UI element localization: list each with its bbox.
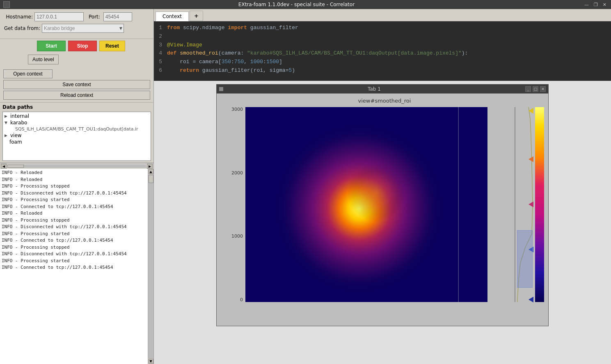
y-axis: 3000 2000 1000 0 [225, 107, 245, 302]
scroll-thumb[interactable] [7, 165, 24, 168]
viz-titlebar: Tab 1 _ □ ✕ [217, 85, 548, 94]
save-context-button[interactable]: Save context [3, 80, 150, 89]
window-title: EXtra-foam 1.1.0dev - special suite - Co… [10, 2, 583, 7]
colorbar-canvas [535, 107, 544, 302]
code-line-5: 5 roi = camera[350:750, 1000:1500] [154, 58, 611, 66]
viz-app-icon [219, 87, 223, 91]
code-line-2: 2 [154, 32, 611, 41]
scroll-vert-thumb[interactable] [149, 175, 153, 183]
level-line [515, 107, 515, 302]
titlebar: EXtra-foam 1.1.0dev - special suite - Co… [0, 0, 611, 9]
get-data-label: Get data from: [4, 25, 40, 31]
tab-add-button[interactable]: + [190, 11, 203, 21]
scroll-up-btn[interactable]: ▲ [149, 169, 153, 174]
auto-level-button[interactable]: Auto level [28, 55, 59, 64]
tabs-bar: Context + [154, 9, 611, 21]
context-area: Open context Save context Reload context [0, 67, 153, 103]
viz-max-btn[interactable]: □ [533, 86, 538, 92]
tree-label-view: view [10, 133, 22, 138]
histogram-area [517, 107, 533, 302]
log-content: INFO - ReloadedINFO - ReloadedINFO - Pro… [0, 169, 148, 364]
port-label: Port: [89, 14, 100, 20]
tree-label-karabo: karabo [10, 120, 27, 126]
connection-area: Hostname: Port: Get data from: Karabo br… [0, 9, 153, 39]
log-line: INFO - Processing stopped [2, 217, 146, 224]
viz-min-btn[interactable]: _ [525, 86, 531, 92]
log-line: INFO - Processing stopped [2, 183, 146, 190]
scroll-down-btn[interactable]: ▼ [149, 359, 153, 364]
hostname-input[interactable] [34, 12, 84, 21]
stop-button[interactable]: Stop [68, 41, 97, 51]
yaxis-label-0: 0 [240, 298, 243, 302]
code-line-6: 6 return gaussian_filter(roi, sigma=5) [154, 66, 611, 75]
viz-win-controls: _ □ ✕ [525, 86, 546, 92]
viz-panel: Tab 1 _ □ ✕ view#smoothed_roi 3000 200 [154, 81, 611, 364]
scroll-left-btn[interactable]: ◀ [1, 164, 7, 169]
code-line-4: 4 def smoothed_roi(camera: "karabo#SQS_I… [154, 49, 611, 58]
tree-arrow-karabo: ▼ [5, 121, 10, 125]
log-line: INFO - Processing started [2, 231, 146, 238]
minimize-icon[interactable]: — [583, 2, 590, 7]
right-panel: Context + 1 from scipy.ndimage import ga… [154, 9, 611, 364]
log-line: INFO - Processing stopped [2, 244, 146, 251]
handle-end[interactable] [529, 297, 533, 302]
log-line: INFO - Disconnected with tcp://127.0.0.1… [2, 251, 146, 258]
close-icon[interactable]: ✕ [602, 2, 608, 7]
tree-item-view[interactable]: ▶ view [4, 132, 150, 139]
tree-item-foam[interactable]: foam [4, 139, 150, 145]
viz-content: view#smoothed_roi 3000 2000 1000 0 [217, 94, 548, 326]
app-icon [3, 1, 10, 8]
tree-arrow-internal: ▶ [5, 114, 10, 118]
log-line: INFO - Reloaded [2, 210, 146, 217]
start-button[interactable]: Start [37, 41, 66, 51]
log-area: INFO - ReloadedINFO - ReloadedINFO - Pro… [0, 169, 153, 364]
log-line: INFO - Processing started [2, 258, 146, 265]
get-data-select[interactable]: Karabo bridge [42, 24, 124, 33]
viz-close-btn[interactable]: ✕ [540, 86, 546, 92]
horizontal-scrollbar[interactable]: ◀ ▶ [0, 163, 153, 169]
tree-label-internal: internal [10, 113, 29, 119]
get-data-select-wrapper[interactable]: Karabo bridge [42, 24, 124, 33]
restore-icon[interactable]: ❐ [593, 2, 599, 7]
log-line: INFO - Processing started [2, 197, 146, 204]
yaxis-label-1000: 1000 [231, 234, 243, 238]
data-paths-title: Data paths [2, 104, 151, 110]
vertical-scrollbar[interactable]: ▲ ▼ [148, 169, 153, 364]
scroll-vert-track[interactable] [148, 174, 153, 358]
tree-label-foam: foam [9, 139, 22, 145]
log-line: INFO - Connected to tcp://127.0.0.1:4545… [2, 237, 146, 244]
open-context-button[interactable]: Open context [3, 69, 53, 78]
tree-item-internal[interactable]: ▶ internal [4, 113, 150, 119]
log-line: INFO - Reloaded [2, 169, 146, 176]
reload-context-button[interactable]: Reload context [3, 91, 150, 100]
colorbar-section [515, 107, 544, 302]
scroll-track[interactable] [7, 165, 146, 168]
tree-arrow-view: ▶ [5, 133, 10, 137]
buttons-area: Start Stop Reset [0, 39, 153, 55]
window-controls: — ❐ ✕ [583, 2, 608, 7]
hostname-label: Hostname: [4, 14, 33, 20]
log-line: INFO - Disconnected with tcp://127.0.0.1… [2, 224, 146, 231]
scroll-right-btn[interactable]: ▶ [147, 164, 153, 169]
handle-top[interactable] [529, 108, 533, 114]
handle-low[interactable] [529, 201, 533, 207]
tree-item-daq[interactable]: SQS_ILH_LAS/CAM/BS_CAM_TT_OU1:daqOutput[… [4, 126, 150, 132]
left-panel: Hostname: Port: Get data from: Karabo br… [0, 9, 154, 364]
log-line: INFO - Connected to tcp://127.0.0.1:4545… [2, 204, 146, 211]
data-paths-area: Data paths ▶ internal ▼ karabo SQS_ILH_L… [0, 103, 153, 163]
viz-window: Tab 1 _ □ ✕ view#smoothed_roi 3000 200 [216, 84, 549, 326]
tree-item-karabo[interactable]: ▼ karabo [4, 119, 150, 126]
code-editor: 1 from scipy.ndimage import gaussian_fil… [154, 21, 611, 81]
selection-rect[interactable] [517, 230, 533, 288]
tree-label-daq: SQS_ILH_LAS/CAM/BS_CAM_TT_OU1:daqOutput[… [15, 126, 138, 132]
handle-mid[interactable] [529, 156, 533, 162]
port-input[interactable] [103, 12, 132, 21]
viz-window-title: Tab 1 [368, 86, 381, 92]
reset-button[interactable]: Reset [99, 41, 125, 51]
yaxis-label-3000: 3000 [231, 107, 243, 112]
viz-view-title: view#smoothed_roi [358, 98, 411, 104]
log-line: INFO - Connected to tcp://127.0.0.1:4545… [2, 264, 146, 271]
tab-context[interactable]: Context [156, 11, 189, 21]
log-line: INFO - Disconnected with tcp://127.0.0.1… [2, 190, 146, 197]
data-paths-tree: ▶ internal ▼ karabo SQS_ILH_LAS/CAM/BS_C… [2, 112, 151, 161]
